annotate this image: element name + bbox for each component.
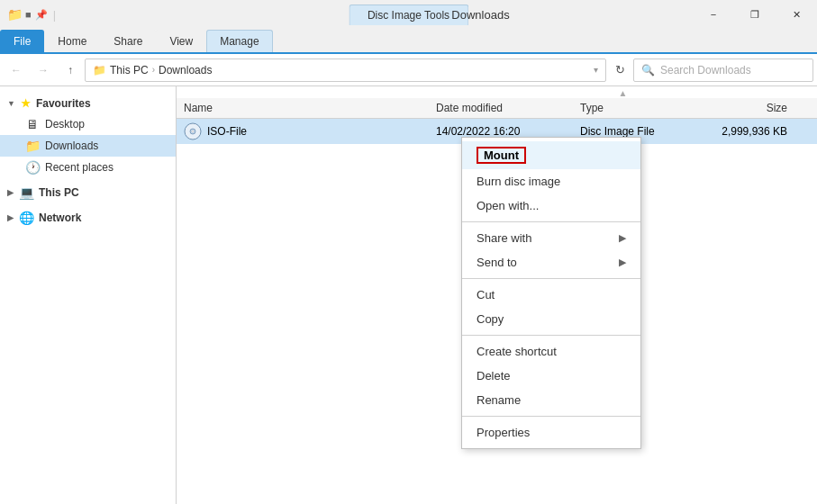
sidebar-item-desktop[interactable]: 🖥 Desktop: [0, 113, 176, 135]
col-header-date[interactable]: Date modified: [436, 102, 580, 114]
arrow-icon-share: ▶: [619, 232, 626, 244]
tab-view[interactable]: View: [156, 30, 206, 52]
ctx-sep3: [462, 335, 640, 336]
network-label: Network: [39, 212, 81, 224]
minimize-button[interactable]: −: [693, 0, 734, 29]
ctx-delete[interactable]: Delete: [462, 364, 640, 388]
tab-home[interactable]: Home: [44, 30, 100, 52]
ctx-sep2: [462, 278, 640, 279]
sidebar-section-thispc: ▶ 💻 This PC: [0, 182, 176, 203]
sidebar-section-network: ▶ 🌐 Network: [0, 207, 176, 229]
context-menu: Mount Burn disc image Open with... Share…: [461, 137, 641, 449]
path-thispc: This PC: [110, 64, 149, 76]
path-folder-icon: 📁: [93, 64, 106, 76]
file-list: ▲ Name Date modified Type Size ISO-File: [177, 86, 817, 504]
disc-image-tools-tab[interactable]: Disc Image Tools: [349, 4, 468, 25]
file-name-cell: ISO-File: [184, 122, 436, 140]
window-icon: 📁: [7, 7, 22, 22]
burn-label: Burn disc image: [477, 175, 560, 188]
forward-button[interactable]: →: [31, 58, 56, 82]
ctx-mount[interactable]: Mount: [462, 141, 640, 169]
quick-access-icon: ■: [25, 9, 32, 20]
chevron-icon-favourites: ▼: [7, 99, 15, 108]
recent-label: Recent places: [45, 161, 113, 174]
ctx-rename[interactable]: Rename: [462, 388, 640, 412]
window-title: Downloads: [451, 8, 509, 22]
downloads-label: Downloads: [45, 140, 98, 152]
window-controls: − ❐ ✕: [693, 0, 817, 29]
arrow-icon-sendto: ▶: [619, 256, 626, 268]
ctx-copy[interactable]: Copy: [462, 307, 640, 331]
chevron-icon-thispc: ▶: [7, 188, 14, 197]
file-date: 14/02/2022 16:20: [436, 125, 580, 138]
svg-point-2: [192, 130, 194, 132]
favourites-label: Favourites: [36, 97, 91, 110]
tab-share[interactable]: Share: [100, 30, 156, 52]
chevron-icon-network: ▶: [7, 213, 14, 222]
address-path[interactable]: 📁 This PC › Downloads ▾: [85, 58, 606, 82]
search-placeholder: Search Downloads: [660, 64, 751, 76]
back-button[interactable]: ←: [4, 58, 29, 82]
sidebar-header-favourites[interactable]: ▼ ★ Favourites: [0, 94, 176, 113]
title-bar-left: 📁 ■ 📌 |: [0, 7, 65, 22]
sidebar-item-recent[interactable]: 🕐 Recent places: [0, 157, 176, 178]
downloads-folder-icon: 📁: [25, 139, 40, 153]
sort-indicator: ▲: [177, 86, 817, 98]
ctx-burn[interactable]: Burn disc image: [462, 169, 640, 194]
ctx-sep4: [462, 416, 640, 417]
col-header-name[interactable]: Name: [184, 102, 436, 114]
sidebar-header-thispc[interactable]: ▶ 💻 This PC: [0, 182, 176, 203]
copy-label: Copy: [477, 312, 504, 326]
thispc-icon: 💻: [19, 185, 33, 200]
tab-file[interactable]: File: [0, 30, 44, 52]
send-to-label: Send to: [477, 256, 517, 269]
thispc-label: This PC: [39, 186, 79, 199]
refresh-button[interactable]: ↻: [608, 58, 631, 82]
col-header-type[interactable]: Type: [580, 102, 697, 114]
mount-label: Mount: [477, 147, 526, 164]
file-type: Disc Image File: [580, 125, 697, 138]
desktop-label: Desktop: [45, 118, 85, 130]
main-area: ▼ ★ Favourites 🖥 Desktop 📁 Downloads 🕐 R…: [0, 86, 817, 504]
properties-label: Properties: [477, 426, 530, 439]
search-box[interactable]: 🔍 Search Downloads: [633, 58, 813, 82]
network-icon: 🌐: [19, 211, 33, 225]
pin-icon: 📌: [35, 9, 48, 21]
ctx-send-to[interactable]: Send to ▶: [462, 250, 640, 274]
sidebar-item-downloads[interactable]: 📁 Downloads: [0, 135, 176, 157]
ribbon-tabs: File Home Share View Manage: [0, 29, 817, 54]
path-downloads: Downloads: [159, 64, 212, 76]
ctx-open-with[interactable]: Open with...: [462, 194, 640, 218]
ctx-sep1: [462, 221, 640, 222]
address-bar: ← → ↑ 📁 This PC › Downloads ▾ ↻ 🔍 Search…: [0, 54, 817, 86]
cut-label: Cut: [477, 288, 495, 302]
divider: |: [53, 8, 56, 22]
up-button[interactable]: ↑: [58, 58, 83, 82]
recent-icon: 🕐: [25, 160, 40, 175]
iso-file-icon: [184, 122, 202, 140]
file-name: ISO-File: [207, 125, 247, 138]
ctx-cut[interactable]: Cut: [462, 283, 640, 307]
file-size: 2,999,936 KB: [697, 125, 787, 138]
favourites-star-icon: ★: [21, 97, 31, 110]
desktop-icon: 🖥: [25, 117, 40, 131]
tab-manage[interactable]: Manage: [206, 30, 272, 52]
sidebar-header-network[interactable]: ▶ 🌐 Network: [0, 207, 176, 229]
sidebar: ▼ ★ Favourites 🖥 Desktop 📁 Downloads 🕐 R…: [0, 86, 177, 504]
column-headers: Name Date modified Type Size: [177, 98, 817, 119]
open-with-label: Open with...: [477, 199, 539, 212]
delete-label: Delete: [477, 369, 511, 382]
search-icon: 🔍: [641, 64, 655, 76]
col-header-size[interactable]: Size: [697, 102, 787, 114]
title-bar: 📁 ■ 📌 | Disc Image Tools Downloads − ❐ ✕: [0, 0, 817, 29]
close-button[interactable]: ✕: [776, 0, 817, 29]
restore-button[interactable]: ❐: [734, 0, 776, 29]
ctx-create-shortcut[interactable]: Create shortcut: [462, 339, 640, 364]
create-shortcut-label: Create shortcut: [477, 345, 557, 358]
chevron-down-icon: ▾: [594, 65, 598, 75]
path-sep1: ›: [152, 65, 155, 75]
disc-tools-label: Disc Image Tools: [368, 9, 449, 22]
ctx-properties[interactable]: Properties: [462, 420, 640, 445]
rename-label: Rename: [477, 393, 521, 407]
ctx-share-with[interactable]: Share with ▶: [462, 226, 640, 250]
